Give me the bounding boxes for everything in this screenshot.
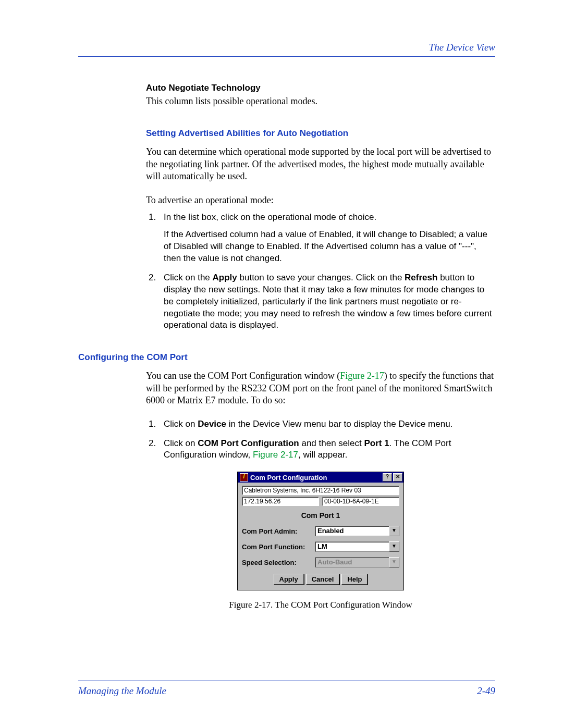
heading-com-port: Configuring the COM Port xyxy=(78,352,495,363)
cs2-port1-bold: Port 1 xyxy=(364,438,389,448)
figure-caption: Figure 2-17. The COM Port Configuration … xyxy=(146,600,495,610)
step-1: In the list box, click on the operationa… xyxy=(158,212,495,265)
dialog-section-title: Com Port 1 xyxy=(242,511,399,520)
cs2-f: , will appear. xyxy=(298,450,348,460)
cs2-c: and then select xyxy=(299,438,364,448)
help-button[interactable]: Help xyxy=(341,574,368,585)
step2-refresh-bold: Refresh xyxy=(405,273,437,282)
para-com-port: You can use the COM Port Configuration w… xyxy=(146,370,495,406)
device-description: Cabletron Systems, Inc. 6H122-16 Rev 03 xyxy=(242,486,399,495)
cs2-config-bold: COM Port Configuration xyxy=(198,438,299,448)
value-com-port-function: LM xyxy=(315,541,389,552)
value-speed-selection: Auto-Baud xyxy=(315,557,389,567)
cs1-c: in the Device View menu bar to display t… xyxy=(226,419,452,429)
cs1-device-bold: Device xyxy=(198,419,226,429)
apply-button[interactable]: Apply xyxy=(274,574,304,585)
com-step-1: Click on Device in the Device View menu … xyxy=(158,418,495,430)
com-a: You can use the COM Port Configuration w… xyxy=(146,371,340,381)
dialog-title: Com Port Configuration xyxy=(250,474,327,482)
select-com-port-function[interactable]: LM ▼ xyxy=(315,541,399,552)
step2-c: button to save your changes. Click on th… xyxy=(237,273,405,282)
heading-auto-negotiate: Auto Negotiate Technology xyxy=(146,83,495,93)
footer-left: Managing the Module xyxy=(78,685,166,697)
cs2-a: Click on xyxy=(164,438,198,448)
value-com-port-admin: Enabled xyxy=(315,526,389,536)
label-com-port-admin: Com Port Admin: xyxy=(242,527,315,535)
com-step-2: Click on COM Port Configuration and then… xyxy=(158,438,495,462)
steps-advertise: In the list box, click on the operationa… xyxy=(146,212,495,331)
chevron-down-icon[interactable]: ▼ xyxy=(389,541,399,552)
cancel-button[interactable]: Cancel xyxy=(306,574,340,585)
titlebar-close-button[interactable]: ✕ xyxy=(393,473,402,482)
select-com-port-admin[interactable]: Enabled ▼ xyxy=(315,526,399,536)
text-auto-negotiate: This column lists possible operational m… xyxy=(146,95,495,107)
cs1-a: Click on xyxy=(164,419,198,429)
footer-rule xyxy=(78,681,495,681)
step1-sub: If the Advertised column had a value of … xyxy=(164,229,495,265)
step2-apply-bold: Apply xyxy=(213,273,237,282)
page-header: The Device View xyxy=(78,42,495,53)
step1-text: In the list box, click on the operationa… xyxy=(164,212,376,222)
steps-com-port: Click on Device in the Device View menu … xyxy=(146,418,495,462)
step2-a: Click on the xyxy=(164,273,213,282)
select-speed-selection: Auto-Baud ▼ xyxy=(315,557,399,567)
figure-link-1[interactable]: Figure 2-17 xyxy=(340,371,384,381)
chevron-down-icon[interactable]: ▼ xyxy=(389,526,399,536)
device-ip: 172.19.56.26 xyxy=(242,497,319,506)
figure-link-2[interactable]: Figure 2-17 xyxy=(253,450,298,460)
device-mac: 00-00-1D-6A-09-1E xyxy=(322,497,399,506)
com-port-dialog: i Com Port Configuration ? ✕ Cabletron S… xyxy=(237,472,404,590)
titlebar-help-button[interactable]: ? xyxy=(383,473,392,482)
para-advertised-1: You can determine which operational mode… xyxy=(146,146,495,182)
label-com-port-function: Com Port Function: xyxy=(242,543,315,551)
chevron-down-icon: ▼ xyxy=(389,557,399,567)
footer-right: 2-49 xyxy=(477,685,495,697)
heading-setting-advertised: Setting Advertised Abilities for Auto Ne… xyxy=(146,128,495,139)
dialog-titlebar[interactable]: i Com Port Configuration ? ✕ xyxy=(238,472,403,483)
header-rule xyxy=(78,56,495,57)
label-speed-selection: Speed Selection: xyxy=(242,559,315,566)
step-2: Click on the Apply button to save your c… xyxy=(158,272,495,332)
para-advertised-2: To advertise an operational mode: xyxy=(146,194,495,206)
app-icon: i xyxy=(240,473,248,482)
